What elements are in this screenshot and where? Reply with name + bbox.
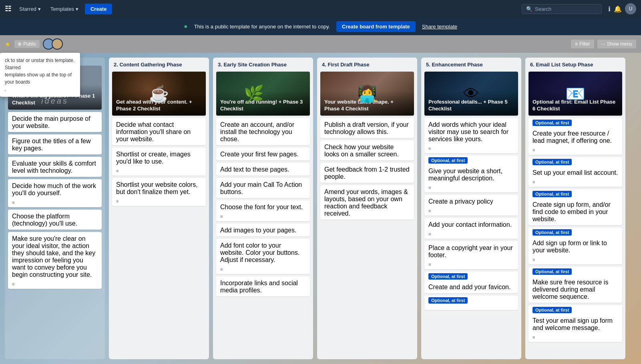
card-text: Shortlist or create, images you'd like t…: [112, 148, 206, 168]
starred-label: Starred: [19, 6, 36, 12]
column-body-phase6: Optional at first: Email List Phase 6 Ch…: [525, 70, 625, 359]
card-phase4-1[interactable]: Publish a draft version, if your technol…: [320, 118, 414, 138]
card-text: [424, 304, 518, 310]
card-phase6-4[interactable]: Optional, at first Add sign up form or l…: [528, 228, 622, 264]
card-phase1-2[interactable]: Figure out the titles of a few key pages…: [8, 134, 102, 154]
card-icon: ≡: [424, 261, 518, 269]
column-phase4: 4. First Draft Phase Your website takes …: [317, 58, 417, 359]
column-body-phase4: Your website takes shape. + Phase 4 Chec…: [317, 70, 417, 359]
card-phase6-3[interactable]: Optional, at first Create sign up form, …: [528, 189, 622, 225]
card-phase5-cover[interactable]: Professional details... + Phase 5 Checkl…: [424, 72, 518, 116]
card-phase5-3[interactable]: Create a privacy policy ≡: [424, 195, 518, 216]
bell-icon[interactable]: 🔔: [614, 5, 622, 13]
starred-menu[interactable]: Starred ▾: [16, 4, 44, 14]
card-text: Figure out the titles of a few key pages…: [8, 134, 102, 154]
card-phase3-7[interactable]: Add font color to your website. Color yo…: [216, 239, 310, 274]
card-icon: ≡: [8, 199, 102, 207]
column-body-phase3: You're off and running! + Phase 3 Checkl…: [213, 70, 313, 359]
card-text: Give your website a short, meaningful de…: [424, 164, 518, 184]
star-button[interactable]: ★: [5, 40, 10, 48]
card-phase1-6[interactable]: Make sure you're clear on your ideal vis…: [8, 232, 102, 289]
show-menu-button[interactable]: ··· Show menu: [597, 40, 636, 48]
card-phase2-1[interactable]: Decide what contact information you'll s…: [112, 118, 206, 145]
visibility-badge[interactable]: ⊕ Public: [14, 40, 40, 48]
optional-badge: Optional, at first: [428, 297, 468, 304]
card-phase3-3[interactable]: Add text to these pages.: [216, 163, 310, 176]
create-board-from-template-button[interactable]: Create board from template: [336, 21, 416, 32]
member-avatars: [45, 38, 63, 50]
card-phase1-4[interactable]: Decide how much of the work you'll do yo…: [8, 179, 102, 207]
card-text: Amend your words, images & layouts, base…: [320, 185, 414, 220]
card-phase4-cover[interactable]: Your website takes shape. + Phase 4 Chec…: [320, 72, 414, 116]
card-phase4-3[interactable]: Get feedback from 1-2 trusted people.: [320, 163, 414, 183]
optional-badge: Optional, at first: [428, 273, 468, 280]
nav-icons: ℹ 🔔 U: [608, 3, 636, 14]
menu-dots-icon: ···: [601, 41, 605, 47]
templates-label: Templates: [50, 6, 74, 12]
tooltip-line3: .: [5, 86, 75, 93]
board-header-right: ≡ Filter ··· Show menu: [571, 40, 636, 48]
share-template-button[interactable]: Share template: [422, 24, 457, 30]
card-phase6-6[interactable]: Optional, at first Test your email sign …: [528, 305, 622, 342]
card-phase6-cover[interactable]: Optional at first: Email List Phase 6 Ch…: [528, 72, 622, 116]
filter-button[interactable]: ≡ Filter: [571, 40, 594, 48]
card-phase1-5[interactable]: Choose the platform (technology) you'll …: [8, 210, 102, 230]
card-phase4-2[interactable]: Check how your website looks on a smalle…: [320, 140, 414, 160]
card-text: Create an account, and/or install the te…: [216, 118, 310, 145]
card-phase6-5[interactable]: Optional, at first Make sure free resour…: [528, 267, 622, 303]
public-banner: ● This is a public template for anyone o…: [0, 18, 641, 35]
column-phase3: 3. Early Site Creation Phase You're off …: [213, 58, 313, 359]
card-phase3-6[interactable]: Add images to your pages.: [216, 224, 310, 236]
member-avatar-2[interactable]: [52, 38, 63, 50]
card-phase3-2[interactable]: Create your first few pages.: [216, 148, 310, 160]
card-phase5-7[interactable]: Optional, at first: [424, 296, 518, 310]
card-phase5-1[interactable]: Add words which your ideal visitor may u…: [424, 118, 518, 153]
column-header-phase3: 3. Early Site Creation Phase: [213, 58, 313, 70]
card-cover-overlay-title: Your website takes shape. + Phase 4 Chec…: [320, 91, 414, 116]
card-phase1-3[interactable]: Evaluate your skills & comfort level wit…: [8, 157, 102, 177]
card-phase3-8[interactable]: Incorporate links and social media profi…: [216, 276, 310, 296]
card-phase4-4[interactable]: Amend your words, images & layouts, base…: [320, 185, 414, 220]
templates-menu[interactable]: Templates ▾: [47, 4, 82, 14]
card-text: Create your free resource / lead magnet,…: [528, 127, 622, 147]
card-text: Decide what contact information you'll s…: [112, 118, 206, 145]
card-icon: ≡: [112, 168, 206, 176]
column-phase6: 6. Email List Setup Phase Optional at fi…: [525, 58, 625, 359]
card-phase1-1[interactable]: Decide the main purpose of your website.: [8, 112, 102, 132]
card-phase3-1[interactable]: Create an account, and/or install the te…: [216, 118, 310, 145]
column-phase2: 2. Content Gathering Phase Get ahead wit…: [109, 58, 209, 359]
card-icon: ≡: [424, 145, 518, 153]
card-text: Check how your website looks on a smalle…: [320, 140, 414, 160]
chevron-down-icon: ▾: [76, 6, 78, 12]
card-phase5-5[interactable]: Place a copyright year in your footer. ≡: [424, 241, 518, 269]
card-text: Add sign up form or link to your website…: [528, 236, 622, 256]
card-text: Add your main Call To Action buttons.: [216, 178, 310, 198]
user-avatar[interactable]: U: [625, 3, 636, 14]
board-canvas: What's the big picture? + Phase 1 Checkl…: [0, 53, 641, 364]
card-phase3-5[interactable]: Choose the font for your text. ≡: [216, 200, 310, 221]
card-phase2-cover[interactable]: Get ahead with your content. + Phase 2 C…: [112, 72, 206, 116]
app-logo: ☷: [5, 4, 11, 13]
card-phase3-4[interactable]: Add your main Call To Action buttons.: [216, 178, 310, 198]
card-phase6-2[interactable]: Optional, at first Set up your email lis…: [528, 157, 622, 187]
card-phase5-6[interactable]: Optional, at first Create and add your f…: [424, 272, 518, 293]
info-icon[interactable]: ℹ: [608, 5, 611, 13]
column-body-phase5: Professional details... + Phase 5 Checkl…: [421, 70, 521, 359]
card-phase5-4[interactable]: Add your contact information. ≡: [424, 218, 518, 239]
card-icon: ≡: [216, 266, 310, 274]
card-icon: ≡: [528, 334, 622, 342]
card-phase6-1[interactable]: Optional, at first Create your free reso…: [528, 118, 622, 155]
card-cover-overlay-title: You're off and running! + Phase 3 Checkl…: [216, 91, 310, 116]
card-phase5-2[interactable]: Optional, at first Give your website a s…: [424, 156, 518, 192]
card-icon: ≡: [424, 208, 518, 216]
card-phase2-3[interactable]: Shortlist your website colors, but don't…: [112, 178, 206, 206]
top-nav: ☷ Starred ▾ Templates ▾ Create 🔍 Search …: [0, 0, 641, 18]
card-text: Add words which your ideal visitor may u…: [424, 118, 518, 145]
card-text: Publish a draft version, if your technol…: [320, 118, 414, 138]
card-text: Add text to these pages.: [216, 163, 310, 176]
create-button[interactable]: Create: [85, 4, 112, 14]
card-text: Test your email sign up form and welcome…: [528, 314, 622, 334]
search-bar[interactable]: 🔍 Search: [522, 4, 602, 14]
card-phase2-2[interactable]: Shortlist or create, images you'd like t…: [112, 148, 206, 176]
card-phase3-cover[interactable]: You're off and running! + Phase 3 Checkl…: [216, 72, 310, 116]
